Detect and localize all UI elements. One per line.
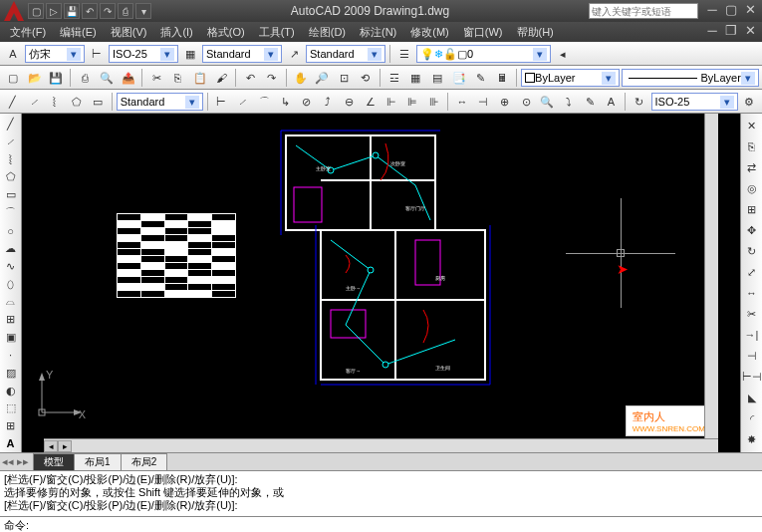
dimtedit-icon[interactable]: A <box>602 92 621 112</box>
ellipse-tool-icon[interactable]: ⬯ <box>1 276 21 293</box>
chevron-down-icon[interactable]: ▾ <box>741 72 755 85</box>
stretch-icon[interactable]: ↔ <box>742 283 762 303</box>
tab-layout2[interactable]: 布局2 <box>121 453 168 471</box>
explode-icon[interactable]: ✸ <box>742 429 762 449</box>
minimize-icon[interactable]: ─ <box>704 4 720 18</box>
ssm-icon[interactable]: 📑 <box>449 68 469 88</box>
preview-icon[interactable]: 🔍 <box>97 68 117 88</box>
match-icon[interactable]: 🖌 <box>212 68 232 88</box>
dim-linear-icon[interactable]: ⊢ <box>212 92 231 112</box>
array-icon[interactable]: ⊞ <box>742 199 762 219</box>
menu-view[interactable]: 视图(V) <box>105 23 153 42</box>
dim-rad-icon[interactable]: ⊘ <box>297 92 316 112</box>
redo-icon[interactable]: ↷ <box>262 68 282 88</box>
dim-ord-icon[interactable]: ↳ <box>276 92 295 112</box>
dim-quick-icon[interactable]: ⊩ <box>381 92 400 112</box>
doc-restore-icon[interactable]: ❐ <box>723 25 739 39</box>
tablestyle-icon[interactable]: ▦ <box>180 44 200 64</box>
dim-dia-icon[interactable]: ⊖ <box>340 92 359 112</box>
save-icon[interactable]: 💾 <box>46 68 66 88</box>
menu-dimension[interactable]: 标注(N) <box>354 23 402 42</box>
markup-icon[interactable]: ✎ <box>471 68 491 88</box>
layer-prev-icon[interactable]: ◂ <box>553 44 573 64</box>
doc-minimize-icon[interactable]: ─ <box>704 25 720 39</box>
dimstyle-mgr-icon[interactable]: ⚙ <box>740 92 759 112</box>
dim-cont-icon[interactable]: ⊪ <box>424 92 443 112</box>
region-tool-icon[interactable]: ⬚ <box>1 399 21 416</box>
polygon-tool-icon[interactable]: ⬠ <box>1 168 21 185</box>
app-logo-icon[interactable] <box>4 1 24 21</box>
tab-layout1[interactable]: 布局1 <box>74 453 122 471</box>
rotate-icon[interactable]: ↻ <box>742 241 762 261</box>
menu-tools[interactable]: 工具(T) <box>253 23 301 42</box>
copy-obj-icon[interactable]: ⎘ <box>742 136 762 156</box>
tablestyle-combo[interactable]: Standard▾ <box>306 45 385 63</box>
join-icon[interactable]: ⊢⊣ <box>742 367 762 387</box>
dim-arc-icon[interactable]: ⌒ <box>254 92 273 112</box>
open-icon[interactable]: 📂 <box>25 68 45 88</box>
drawing-canvas[interactable]: 主卧室 次卧室 客厅门厅 主卧→ 厨房 客厅→ 卫生间 <box>22 114 740 452</box>
move-icon[interactable]: ✥ <box>742 220 762 240</box>
menu-window[interactable]: 窗口(W) <box>457 23 509 42</box>
dcenter-icon[interactable]: ▦ <box>405 68 425 88</box>
chevron-down-icon[interactable]: ▾ <box>185 96 199 109</box>
hatch-tool-icon[interactable]: ▨ <box>1 365 21 382</box>
scrollbar-vertical[interactable] <box>704 114 718 438</box>
revcloud-tool-icon[interactable]: ☁ <box>1 240 21 257</box>
linetype-combo[interactable]: ByLayer▾ <box>622 69 759 87</box>
circle-tool-icon[interactable]: ○ <box>1 222 21 239</box>
dim-space-icon[interactable]: ↔ <box>452 92 471 112</box>
tolerance-icon[interactable]: ⊕ <box>495 92 514 112</box>
pan-icon[interactable]: ✋ <box>291 68 311 88</box>
insert-tool-icon[interactable]: ⊞ <box>1 311 21 328</box>
textstyle-icon[interactable]: A <box>3 44 23 64</box>
dim-ang-icon[interactable]: ∠ <box>361 92 380 112</box>
scrollbar-horizontal[interactable]: ◂ ▸ <box>44 438 718 452</box>
offset-icon[interactable]: ◎ <box>742 178 762 198</box>
rect-icon[interactable]: ▭ <box>88 92 107 112</box>
dim-jog-icon[interactable]: ⤴ <box>318 92 337 112</box>
xline-icon[interactable]: ⟋ <box>24 92 43 112</box>
erase-icon[interactable]: ✕ <box>742 116 762 135</box>
line-icon[interactable]: ╱ <box>3 92 22 112</box>
dimupdate-icon[interactable]: ↻ <box>630 92 648 112</box>
font-combo[interactable]: 仿宋▾ <box>25 45 85 63</box>
chevron-down-icon[interactable]: ▾ <box>264 48 278 61</box>
print-icon[interactable]: ⎙ <box>75 68 95 88</box>
pline-icon[interactable]: ⦚ <box>46 92 65 112</box>
toolpal-icon[interactable]: ▤ <box>427 68 447 88</box>
pline-tool-icon[interactable]: ⦚ <box>1 151 21 168</box>
props-icon[interactable]: ☲ <box>384 68 404 88</box>
qat-undo-icon[interactable]: ↶ <box>82 3 98 19</box>
publish-icon[interactable]: 📤 <box>119 68 138 88</box>
arc-tool-icon[interactable]: ⌒ <box>1 204 21 221</box>
spline-tool-icon[interactable]: ∿ <box>1 258 21 275</box>
maximize-icon[interactable]: ▢ <box>723 4 739 18</box>
menu-format[interactable]: 格式(O) <box>201 23 251 42</box>
extend-icon[interactable]: →| <box>742 325 762 345</box>
break-icon[interactable]: ⊣ <box>742 346 762 366</box>
centermark-icon[interactable]: ⊙ <box>516 92 535 112</box>
mtext-tool-icon[interactable]: A <box>1 435 21 452</box>
chamfer-icon[interactable]: ◣ <box>742 388 762 407</box>
point-tool-icon[interactable]: · <box>1 347 21 364</box>
chevron-down-icon[interactable]: ▾ <box>720 96 734 109</box>
scroll-left-icon[interactable]: ◂ <box>44 440 58 452</box>
chevron-down-icon[interactable]: ▾ <box>67 48 81 61</box>
line-tool-icon[interactable]: ╱ <box>1 116 21 133</box>
menu-help[interactable]: 帮助(H) <box>511 23 560 42</box>
gradient-tool-icon[interactable]: ◐ <box>1 383 21 399</box>
zoom-rt-icon[interactable]: 🔎 <box>312 68 332 88</box>
dim-break-icon[interactable]: ⊣ <box>474 92 493 112</box>
fillet-icon[interactable]: ◜ <box>742 408 762 428</box>
chevron-down-icon[interactable]: ▾ <box>533 48 547 61</box>
command-input[interactable] <box>29 519 758 532</box>
dim-aligned-icon[interactable]: ⟋ <box>233 92 252 112</box>
chevron-down-icon[interactable]: ▾ <box>368 48 381 61</box>
trim-icon[interactable]: ✂ <box>742 304 762 324</box>
mleaderstyle-icon[interactable]: ↗ <box>284 44 304 64</box>
menu-file[interactable]: 文件(F) <box>4 23 52 42</box>
dimstyle-combo[interactable]: ISO-25▾ <box>109 45 178 63</box>
mirror-icon[interactable]: ⇄ <box>742 157 762 177</box>
paste-icon[interactable]: 📋 <box>190 68 210 88</box>
